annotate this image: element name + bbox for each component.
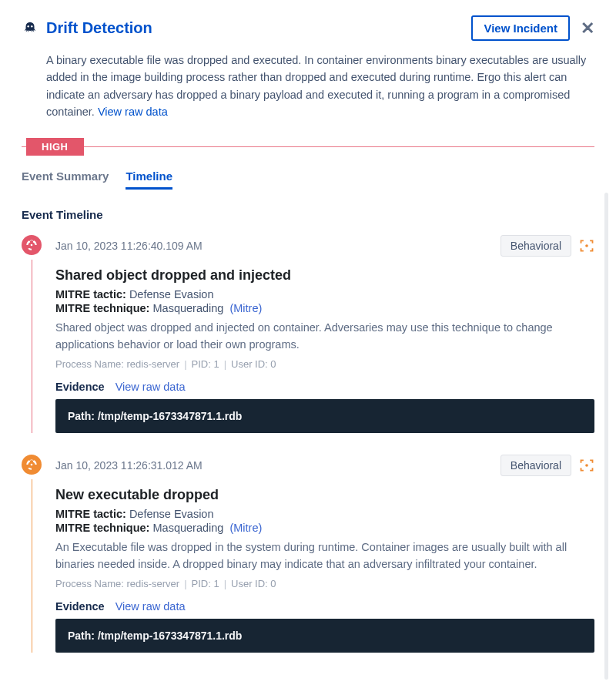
timeline-item: Jan 10, 2023 11:26:31.012 AM Behavioral … — [22, 455, 594, 653]
page-title: Drift Detection — [46, 19, 152, 37]
svg-point-5 — [585, 464, 588, 467]
event-description: An Executable file was dropped in the sy… — [55, 539, 594, 573]
view-raw-data-link[interactable]: View raw data — [98, 106, 168, 118]
view-incident-button[interactable]: View Incident — [471, 15, 570, 41]
tab-event-summary[interactable]: Event Summary — [22, 170, 109, 190]
severity-badge: HIGH — [26, 138, 84, 156]
timeline-item: Jan 10, 2023 11:26:40.109 AM Behavioral … — [22, 235, 594, 433]
scrollbar[interactable] — [604, 193, 608, 674]
svg-point-3 — [585, 244, 588, 247]
evidence-view-raw-link[interactable]: View raw data — [116, 381, 186, 393]
event-timestamp: Jan 10, 2023 11:26:31.012 AM — [55, 459, 203, 472]
tab-timeline[interactable]: Timeline — [126, 170, 172, 190]
mitre-link[interactable]: (Mitre) — [229, 522, 262, 534]
process-info: Process Name: redis-server|PID: 1|User I… — [55, 578, 594, 589]
section-heading: Event Timeline — [22, 208, 594, 221]
octopus-icon — [22, 20, 38, 37]
hazard-icon — [22, 455, 42, 475]
evidence-label: Evidence — [55, 600, 105, 613]
focus-icon[interactable] — [579, 238, 594, 253]
evidence-label: Evidence — [55, 381, 105, 393]
svg-point-2 — [31, 244, 33, 247]
svg-point-4 — [31, 463, 33, 465]
hazard-icon — [22, 235, 42, 255]
mitre-technique: Masquerading — [152, 302, 223, 314]
mitre-tactic: Defense Evasion — [129, 508, 214, 520]
evidence-view-raw-link[interactable]: View raw data — [116, 600, 186, 613]
event-description: Shared object was dropped and injected o… — [55, 319, 594, 354]
close-icon[interactable]: ✕ — [581, 20, 594, 37]
behavioral-badge: Behavioral — [500, 455, 571, 476]
severity-row: HIGH — [22, 138, 594, 156]
evidence-path: Path: /tmp/temp-1673347871.1.rdb — [55, 399, 594, 433]
alert-description: A binary executable file was dropped and… — [46, 52, 587, 121]
process-info: Process Name: redis-server|PID: 1|User I… — [55, 358, 594, 370]
focus-icon[interactable] — [579, 458, 594, 473]
evidence-path: Path: /tmp/temp-1673347871.1.rdb — [55, 619, 594, 653]
mitre-link[interactable]: (Mitre) — [229, 302, 262, 314]
event-title: Shared object dropped and injected — [55, 267, 594, 284]
mitre-tactic: Defense Evasion — [129, 288, 214, 300]
event-timestamp: Jan 10, 2023 11:26:40.109 AM — [55, 240, 203, 252]
svg-point-1 — [31, 25, 32, 27]
svg-point-0 — [28, 25, 29, 27]
mitre-technique: Masquerading — [152, 522, 223, 534]
event-title: New executable dropped — [55, 487, 594, 503]
behavioral-badge: Behavioral — [500, 235, 571, 257]
